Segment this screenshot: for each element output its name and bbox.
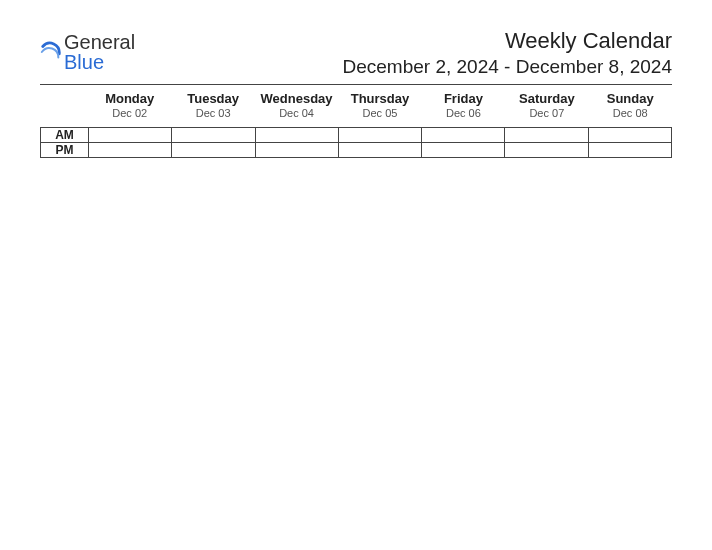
cell-thu-pm — [339, 143, 421, 158]
cell-wed-pm — [256, 143, 338, 158]
day-header-thursday: Thursday Dec 05 — [338, 91, 421, 119]
calendar: Monday Dec 02 Tuesday Dec 03 Wednesday D… — [40, 85, 672, 158]
day-date: Dec 05 — [338, 107, 421, 119]
cell-fri-am — [422, 128, 504, 143]
cell-mon-am — [89, 128, 171, 143]
row-label-pm: PM — [41, 143, 88, 158]
day-header-friday: Friday Dec 06 — [422, 91, 505, 119]
cell-thu-am — [339, 128, 421, 143]
day-name: Thursday — [338, 91, 421, 106]
page: General Blue Weekly Calendar December 2,… — [0, 0, 712, 198]
day-header-saturday: Saturday Dec 07 — [505, 91, 588, 119]
cell-tue-pm — [172, 143, 254, 158]
row-label-am: AM — [41, 128, 88, 143]
day-date: Dec 07 — [505, 107, 588, 119]
col-friday — [422, 128, 505, 158]
day-date: Dec 02 — [88, 107, 171, 119]
logo: General Blue — [40, 32, 135, 72]
day-name: Sunday — [589, 91, 672, 106]
day-date: Dec 04 — [255, 107, 338, 119]
date-range: December 2, 2024 - December 8, 2024 — [342, 56, 672, 78]
day-date: Dec 08 — [589, 107, 672, 119]
cell-fri-pm — [422, 143, 504, 158]
logo-text-blue: Blue — [64, 51, 104, 73]
day-name: Monday — [88, 91, 171, 106]
col-tuesday — [172, 128, 255, 158]
day-name: Tuesday — [171, 91, 254, 106]
col-monday — [89, 128, 172, 158]
cell-mon-pm — [89, 143, 171, 158]
grid-columns — [89, 128, 671, 158]
col-thursday — [339, 128, 422, 158]
cell-sun-am — [589, 128, 671, 143]
cell-tue-am — [172, 128, 254, 143]
page-title: Weekly Calendar — [342, 28, 672, 54]
cell-sun-pm — [589, 143, 671, 158]
cell-wed-am — [256, 128, 338, 143]
day-name: Wednesday — [255, 91, 338, 106]
day-name: Saturday — [505, 91, 588, 106]
col-wednesday — [256, 128, 339, 158]
globe-swoosh-icon — [40, 41, 62, 63]
day-header-tuesday: Tuesday Dec 03 — [171, 91, 254, 119]
col-saturday — [505, 128, 588, 158]
logo-text-general: General — [64, 31, 135, 53]
day-date: Dec 03 — [171, 107, 254, 119]
day-name: Friday — [422, 91, 505, 106]
day-header-sunday: Sunday Dec 08 — [589, 91, 672, 119]
title-block: Weekly Calendar December 2, 2024 - Decem… — [342, 28, 672, 78]
day-header-monday: Monday Dec 02 — [88, 91, 171, 119]
row-labels: AM PM — [41, 128, 89, 158]
cell-sat-am — [505, 128, 587, 143]
header: General Blue Weekly Calendar December 2,… — [40, 28, 672, 78]
col-sunday — [589, 128, 671, 158]
corner-spacer — [40, 91, 88, 119]
day-headers-row: Monday Dec 02 Tuesday Dec 03 Wednesday D… — [40, 85, 672, 127]
cell-sat-pm — [505, 143, 587, 158]
day-date: Dec 06 — [422, 107, 505, 119]
day-header-wednesday: Wednesday Dec 04 — [255, 91, 338, 119]
calendar-grid: AM PM — [40, 127, 672, 158]
